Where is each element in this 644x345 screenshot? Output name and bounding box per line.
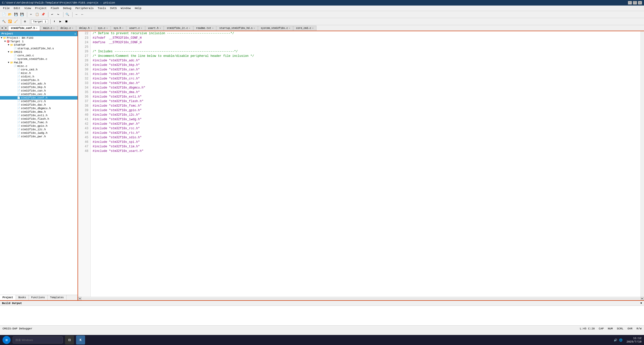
keil-app[interactable]: K [76,335,85,344]
menu-item-file[interactable]: File [1,6,12,10]
tab-usart-h[interactable]: usart.h× [145,26,164,31]
bottom-tab-books[interactable]: Books [16,295,29,300]
menu-item-project[interactable]: Project [33,6,49,10]
menu-item-window[interactable]: Window [119,6,133,10]
code-scrollbar[interactable] [640,31,644,297]
tab-close-core_cm3-c[interactable]: × [312,27,313,30]
indent-button[interactable]: → [74,12,79,17]
scroll-left-arrow[interactable]: ◄ [78,297,82,300]
tab-close-sys-h[interactable]: × [122,27,123,30]
h-scroll-track[interactable] [82,298,640,300]
tree-item-stm32f10x-i2c-h[interactable]: 📄stm32f10x_i2c.h [0,128,78,131]
tree-item-project-root[interactable]: ▼📁Project: BH-F103 [0,36,78,40]
tab-close-usart-c[interactable]: × [141,27,142,30]
tree-item-stm32f10x-can-h[interactable]: 📄stm32f10x_can.h [0,89,78,93]
tree-item-stm32f10x-dma-h[interactable]: 📄stm32f10x_dma.h [0,110,78,114]
tree-item-stm32f10x-flash-h[interactable]: 📄stm32f10x_flash.h [0,117,78,121]
find-button[interactable]: 🔍 [64,12,70,17]
tab-close-sys-c[interactable]: × [106,27,108,30]
tree-item-startup[interactable]: ▼📁STARTUP [0,43,78,47]
tree-item-core-c[interactable]: 📄core_cm3.c [0,54,78,57]
save-button[interactable]: 💾 [13,12,19,17]
tab-close-delay-c[interactable]: × [72,27,73,30]
tab-sys-c[interactable]: sys.c× [95,26,111,31]
tree-expand-project-root[interactable]: ▼ [0,37,3,39]
tree-item-target1[interactable]: ▼🎯Target 1 [0,40,78,43]
minimize-button[interactable]: ─ [628,1,632,5]
bottom-tab-templates[interactable]: Templates [48,295,66,300]
tree-item-core-cm3-h[interactable]: 📄core_cm3.h [0,68,78,71]
tree-item-stm32f10x-gpio-h[interactable]: 📄stm32f10x_gpio.h [0,124,78,128]
tab-core_cm3-c[interactable]: core_cm3.c× [293,26,316,31]
tree-item-system-c[interactable]: 📄system_stm32f10x.c [0,57,78,61]
clean-button[interactable]: 🧹 [13,19,19,24]
target-options-button[interactable]: ⚙ [22,19,28,24]
tree-item-stm32f10x-adc-h[interactable]: 📄stm32f10x_adc.h [0,82,78,85]
tree-item-stm32f10x-crc-h[interactable]: 📄stm32f10x_crc.h [0,100,78,103]
tab-usart-c[interactable]: usart.c× [127,26,145,31]
bottom-tab-project[interactable]: Project [0,295,16,300]
tab-close-delay-h[interactable]: × [91,27,92,30]
tab-close-startup_stm32f10x_hd-s[interactable]: × [254,27,255,30]
menu-item-debug[interactable]: Debug [61,6,73,10]
paste-button[interactable]: 📌 [40,12,46,17]
build-button[interactable]: 🔨 [1,19,7,24]
tree-expand-startup[interactable]: ▼ [7,44,10,46]
new-file-button[interactable]: 📄 [1,12,7,17]
tree-expand-target1[interactable]: ▼ [4,40,7,43]
redo-button[interactable]: ↪ [55,12,61,17]
download-button[interactable]: ⬇ [52,19,57,24]
tree-item-misc-h[interactable]: 📄misc.h [0,71,78,75]
tab-delay-c[interactable]: delay.c× [58,26,76,31]
undo-button[interactable]: ↩ [49,12,55,17]
copy-button[interactable]: 📋 [34,12,40,17]
unindent-button[interactable]: ← [80,12,85,17]
maximize-button[interactable]: □ [633,1,637,5]
tree-item-stm32f10x-dbgmcu-h[interactable]: 📄stm32f10x_dbgmcu.h [0,107,78,110]
menu-item-tools[interactable]: Tools [96,6,108,10]
close-button[interactable]: ✕ [638,1,642,5]
tab-delay-h[interactable]: delay.h× [76,26,95,31]
tree-item-stm32f10x-pwr-h[interactable]: 📄stm32f10x_pwr.h [0,135,78,138]
tree-expand-fwlib[interactable]: ▼ [7,61,10,64]
save-all-button[interactable]: 💾 [19,12,25,17]
menu-item-view[interactable]: View [22,6,33,10]
project-panel-close[interactable]: ✕ [74,32,76,35]
tree-item-stm32f10x-conf-h[interactable]: 📄stm32f10x_conf.h [0,96,78,100]
search-input[interactable] [13,336,63,343]
tab-system_stm32f10x-c[interactable]: system_stm32f10x.c× [258,26,293,31]
tab-readme-txt[interactable]: readme.txt× [193,26,216,31]
tree-item-stdint-h[interactable]: 📄stdint.h [0,75,78,78]
tree-item-stm32f10x-h[interactable]: 📄stm32f10x.h [0,78,78,82]
debug-button[interactable]: ▶ [58,19,63,24]
tab-sys-h[interactable]: sys.h× [111,26,126,31]
tab-main-c[interactable]: main.c× [40,26,57,31]
menu-item-help[interactable]: Help [133,6,143,10]
open-button[interactable]: 📂 [7,12,13,17]
menu-item-edit[interactable]: Edit [12,6,22,10]
tab-close-stm32f10x_conf-h[interactable]: × [36,27,37,30]
tab-close-system_stm32f10x-c[interactable]: × [289,27,290,30]
stop-button[interactable]: ⏹ [64,19,69,24]
menu-item-svcs[interactable]: SVCS [108,6,119,10]
rebuild-button[interactable]: 🔁 [7,19,13,24]
scroll-right-arrow[interactable]: ► [640,297,644,300]
tree-item-fwlib[interactable]: ▼📁FWLIB [0,61,78,64]
tree-item-cmsis[interactable]: ▼📁CMSIS [0,50,78,54]
code-text[interactable]: /* Define to prevent recursive inclusion… [91,31,640,297]
tree-item-misc-c[interactable]: 📄misc.c [0,64,78,68]
tree-item-stm32f10x-exti-h[interactable]: 📄stm32f10x_exti.h [0,114,78,117]
tab-stm32f10x_it-c[interactable]: stm32f10x_it.c× [164,26,193,31]
menu-item-flash[interactable]: Flash [49,6,61,10]
bottom-tab-functions[interactable]: Functions [29,295,48,300]
tree-item-stm32f10x-fsmc-h[interactable]: 📄stm32f10x_fsmc.h [0,121,78,124]
task-switcher-button[interactable]: ⊟ [65,335,74,344]
tree-item-stm32f10x-bkp-h[interactable]: 📄stm32f10x_bkp.h [0,85,78,89]
tree-item-stm32f10x-iwdg-h[interactable]: 📄stm32f10x_iwdg.h [0,131,78,135]
cut-button[interactable]: ✂ [28,12,34,17]
tab-close-usart-h[interactable]: × [160,27,161,30]
tab-close-main-c[interactable]: × [53,27,54,30]
tab-scroll-left[interactable]: ◄ [0,26,4,31]
tree-expand-cmsis[interactable]: ▼ [7,51,10,53]
tab-stm32f10x_conf-h[interactable]: stm32f10x_conf.h× [8,26,40,31]
